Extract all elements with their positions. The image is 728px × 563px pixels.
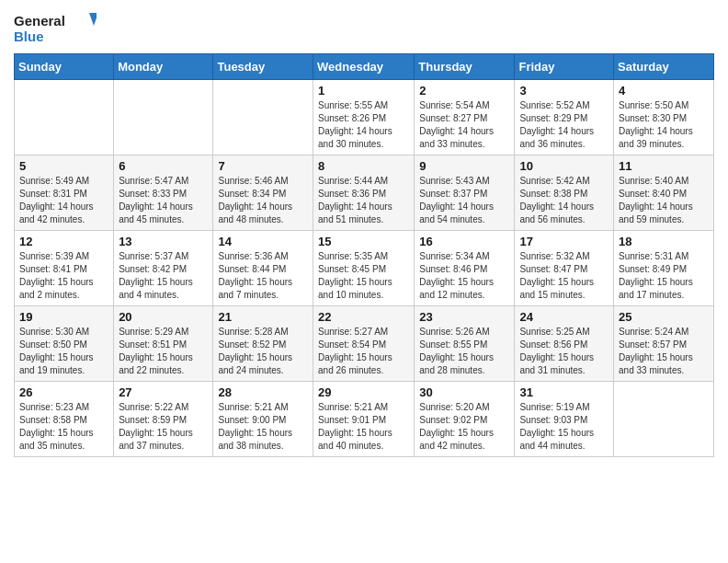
day-cell: 8Sunrise: 5:44 AMSunset: 8:36 PMDaylight… (313, 155, 415, 231)
day-number: 19 (19, 310, 108, 324)
week-row-1: 1Sunrise: 5:55 AMSunset: 8:26 PMDaylight… (15, 80, 714, 155)
day-number: 25 (619, 310, 709, 324)
svg-text:Blue: Blue (14, 29, 44, 44)
day-cell: 15Sunrise: 5:35 AMSunset: 8:45 PMDayligh… (313, 231, 415, 306)
day-info: Sunrise: 5:30 AMSunset: 8:50 PMDaylight:… (19, 326, 108, 377)
week-row-3: 12Sunrise: 5:39 AMSunset: 8:41 PMDayligh… (15, 231, 714, 306)
day-info: Sunrise: 5:36 AMSunset: 8:44 PMDaylight:… (218, 250, 308, 302)
day-info: Sunrise: 5:43 AMSunset: 8:37 PMDaylight:… (419, 175, 509, 226)
day-number: 9 (419, 159, 509, 173)
week-row-4: 19Sunrise: 5:30 AMSunset: 8:50 PMDayligh… (15, 306, 714, 382)
day-cell: 28Sunrise: 5:21 AMSunset: 9:00 PMDayligh… (213, 382, 313, 457)
day-cell: 27Sunrise: 5:22 AMSunset: 8:59 PMDayligh… (114, 382, 213, 457)
day-number: 5 (19, 159, 108, 173)
day-cell: 3Sunrise: 5:52 AMSunset: 8:29 PMDaylight… (515, 80, 614, 155)
day-info: Sunrise: 5:29 AMSunset: 8:51 PMDaylight:… (119, 326, 208, 377)
day-number: 11 (619, 159, 709, 173)
day-info: Sunrise: 5:21 AMSunset: 9:00 PMDaylight:… (218, 401, 308, 453)
day-cell: 19Sunrise: 5:30 AMSunset: 8:50 PMDayligh… (15, 306, 114, 382)
day-number: 3 (519, 84, 609, 98)
svg-text:General: General (14, 13, 65, 29)
svg-marker-2 (89, 13, 97, 26)
day-number: 15 (318, 235, 409, 248)
week-row-5: 26Sunrise: 5:23 AMSunset: 8:58 PMDayligh… (15, 382, 714, 457)
day-info: Sunrise: 5:47 AMSunset: 8:33 PMDaylight:… (119, 175, 208, 226)
calendar-table: SundayMondayTuesdayWednesdayThursdayFrid… (14, 53, 714, 457)
day-number: 24 (519, 310, 609, 324)
week-row-2: 5Sunrise: 5:49 AMSunset: 8:31 PMDaylight… (15, 155, 714, 231)
day-number: 18 (619, 235, 709, 248)
day-number: 31 (519, 385, 609, 399)
logo: General Blue (14, 9, 97, 46)
day-info: Sunrise: 5:21 AMSunset: 9:01 PMDaylight:… (318, 401, 409, 453)
day-cell: 20Sunrise: 5:29 AMSunset: 8:51 PMDayligh… (114, 306, 213, 382)
day-cell: 18Sunrise: 5:31 AMSunset: 8:49 PMDayligh… (614, 231, 714, 306)
day-cell: 16Sunrise: 5:34 AMSunset: 8:46 PMDayligh… (415, 231, 515, 306)
day-number: 2 (419, 84, 509, 98)
day-number: 28 (218, 385, 308, 399)
day-number: 17 (519, 235, 609, 248)
col-header-thursday: Thursday (415, 54, 515, 80)
day-info: Sunrise: 5:34 AMSunset: 8:46 PMDaylight:… (419, 250, 509, 302)
day-number: 8 (318, 159, 409, 173)
day-info: Sunrise: 5:27 AMSunset: 8:54 PMDaylight:… (318, 326, 409, 377)
day-number: 22 (318, 310, 409, 324)
col-header-saturday: Saturday (614, 54, 714, 80)
col-header-tuesday: Tuesday (213, 54, 313, 80)
day-info: Sunrise: 5:55 AMSunset: 8:26 PMDaylight:… (318, 99, 409, 151)
calendar-header-row: SundayMondayTuesdayWednesdayThursdayFrid… (15, 54, 714, 80)
day-info: Sunrise: 5:52 AMSunset: 8:29 PMDaylight:… (519, 99, 609, 151)
col-header-monday: Monday (114, 54, 213, 80)
day-info: Sunrise: 5:26 AMSunset: 8:55 PMDaylight:… (419, 326, 509, 377)
day-cell: 22Sunrise: 5:27 AMSunset: 8:54 PMDayligh… (313, 306, 415, 382)
day-info: Sunrise: 5:24 AMSunset: 8:57 PMDaylight:… (619, 326, 709, 377)
day-cell: 4Sunrise: 5:50 AMSunset: 8:30 PMDaylight… (614, 80, 714, 155)
day-cell (614, 382, 714, 457)
day-info: Sunrise: 5:31 AMSunset: 8:49 PMDaylight:… (619, 250, 709, 302)
day-cell (114, 80, 213, 155)
day-cell: 10Sunrise: 5:42 AMSunset: 8:38 PMDayligh… (515, 155, 614, 231)
day-number: 29 (318, 385, 409, 399)
day-cell: 5Sunrise: 5:49 AMSunset: 8:31 PMDaylight… (15, 155, 114, 231)
col-header-friday: Friday (515, 54, 614, 80)
day-info: Sunrise: 5:19 AMSunset: 9:03 PMDaylight:… (519, 401, 609, 453)
day-cell: 7Sunrise: 5:46 AMSunset: 8:34 PMDaylight… (213, 155, 313, 231)
col-header-wednesday: Wednesday (313, 54, 415, 80)
day-info: Sunrise: 5:37 AMSunset: 8:42 PMDaylight:… (119, 250, 208, 302)
day-info: Sunrise: 5:39 AMSunset: 8:41 PMDaylight:… (19, 250, 108, 302)
day-number: 12 (19, 235, 108, 248)
day-cell: 12Sunrise: 5:39 AMSunset: 8:41 PMDayligh… (15, 231, 114, 306)
day-number: 30 (419, 385, 509, 399)
day-info: Sunrise: 5:25 AMSunset: 8:56 PMDaylight:… (519, 326, 609, 377)
day-cell: 25Sunrise: 5:24 AMSunset: 8:57 PMDayligh… (614, 306, 714, 382)
day-number: 4 (619, 84, 709, 98)
day-number: 16 (419, 235, 509, 248)
day-cell: 6Sunrise: 5:47 AMSunset: 8:33 PMDaylight… (114, 155, 213, 231)
day-number: 26 (19, 385, 108, 399)
day-cell: 1Sunrise: 5:55 AMSunset: 8:26 PMDaylight… (313, 80, 415, 155)
day-cell: 14Sunrise: 5:36 AMSunset: 8:44 PMDayligh… (213, 231, 313, 306)
day-cell: 17Sunrise: 5:32 AMSunset: 8:47 PMDayligh… (515, 231, 614, 306)
day-info: Sunrise: 5:40 AMSunset: 8:40 PMDaylight:… (619, 175, 709, 226)
day-number: 7 (218, 159, 308, 173)
day-cell: 21Sunrise: 5:28 AMSunset: 8:52 PMDayligh… (213, 306, 313, 382)
day-info: Sunrise: 5:42 AMSunset: 8:38 PMDaylight:… (519, 175, 609, 226)
day-number: 20 (119, 310, 208, 324)
day-cell: 24Sunrise: 5:25 AMSunset: 8:56 PMDayligh… (515, 306, 614, 382)
day-number: 14 (218, 235, 308, 248)
day-number: 10 (519, 159, 609, 173)
day-info: Sunrise: 5:49 AMSunset: 8:31 PMDaylight:… (19, 175, 108, 226)
day-cell: 13Sunrise: 5:37 AMSunset: 8:42 PMDayligh… (114, 231, 213, 306)
day-info: Sunrise: 5:46 AMSunset: 8:34 PMDaylight:… (218, 175, 308, 226)
day-cell: 9Sunrise: 5:43 AMSunset: 8:37 PMDaylight… (415, 155, 515, 231)
day-info: Sunrise: 5:28 AMSunset: 8:52 PMDaylight:… (218, 326, 308, 377)
day-info: Sunrise: 5:44 AMSunset: 8:36 PMDaylight:… (318, 175, 409, 226)
day-number: 21 (218, 310, 308, 324)
day-info: Sunrise: 5:23 AMSunset: 8:58 PMDaylight:… (19, 401, 108, 453)
col-header-sunday: Sunday (15, 54, 114, 80)
day-number: 6 (119, 159, 208, 173)
day-info: Sunrise: 5:35 AMSunset: 8:45 PMDaylight:… (318, 250, 409, 302)
day-cell: 23Sunrise: 5:26 AMSunset: 8:55 PMDayligh… (415, 306, 515, 382)
day-number: 27 (119, 385, 208, 399)
day-cell (213, 80, 313, 155)
